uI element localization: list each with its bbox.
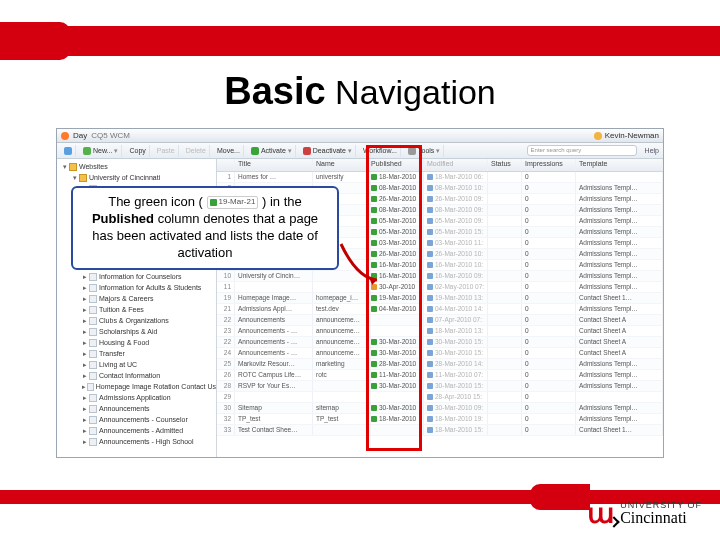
table-row[interactable]: 24Announcements - …announceme…30-Mar-201…: [217, 348, 663, 359]
tree-item[interactable]: ▸Announcements - Admitted: [57, 425, 216, 436]
footer-notch: [530, 484, 590, 510]
col-number[interactable]: [217, 159, 235, 171]
workflow-button[interactable]: Workflow...: [360, 145, 401, 157]
tree-item[interactable]: ▸Clubs & Organizations: [57, 315, 216, 326]
delete-button[interactable]: Delete: [183, 145, 210, 157]
tree-item[interactable]: ▸Announcements - High School: [57, 436, 216, 447]
table-row[interactable]: 28RSVP for Your Es…30-Mar-201030-Mar-201…: [217, 381, 663, 392]
new-button[interactable]: New...▾: [80, 145, 122, 157]
green-square-icon: [210, 199, 217, 206]
blue-square-icon: [427, 361, 433, 367]
col-title[interactable]: Title: [235, 159, 313, 171]
table-row[interactable]: 26ROTC Campus Life…rotc11-Mar-201011-Mar…: [217, 370, 663, 381]
tree-item[interactable]: ▸Transfer: [57, 348, 216, 359]
tree-item[interactable]: ▸Scholarships & Aid: [57, 326, 216, 337]
green-square-icon: [371, 185, 377, 191]
page-icon: [89, 306, 97, 314]
table-row[interactable]: 25Markovitz Resour…marketing28-Mar-20102…: [217, 359, 663, 370]
blue-square-icon: [427, 251, 433, 257]
table-row[interactable]: 32TP_testTP_test18-Mar-201018-Mar-2010 1…: [217, 414, 663, 425]
refresh-icon: [64, 147, 72, 155]
tree-item[interactable]: ▸Information for Counselors: [57, 271, 216, 282]
green-square-icon: [371, 196, 377, 202]
blue-square-icon: [427, 185, 433, 191]
blue-square-icon: [427, 306, 433, 312]
green-square-icon: [371, 416, 377, 422]
blue-square-icon: [427, 218, 433, 224]
folder-icon: [79, 174, 87, 182]
tree-item[interactable]: ▸Housing & Food: [57, 337, 216, 348]
green-square-icon: [371, 361, 377, 367]
green-square-icon: [371, 306, 377, 312]
page-icon: [89, 350, 97, 358]
refresh-button[interactable]: [61, 145, 76, 157]
table-row[interactable]: 30Sitemapsitemap30-Mar-201030-Mar-2010 0…: [217, 403, 663, 414]
grid-header[interactable]: Title Name Published Modified Status Imp…: [217, 159, 663, 172]
uc-logo-mark-icon: ɯ: [587, 497, 614, 530]
table-row[interactable]: 23Announcements - …announceme…18-Mar-201…: [217, 326, 663, 337]
table-row[interactable]: 10University of Cincin…16-Mar-201016-Mar…: [217, 271, 663, 282]
green-square-icon: [371, 383, 377, 389]
page-icon: [89, 317, 97, 325]
tree-item[interactable]: ▸Majors & Careers: [57, 293, 216, 304]
blue-square-icon: [427, 416, 433, 422]
col-template[interactable]: Template: [576, 159, 663, 171]
green-square-icon: [371, 350, 377, 356]
blue-square-icon: [427, 372, 433, 378]
copy-button[interactable]: Copy: [126, 145, 149, 157]
tree-item[interactable]: ▸Tuition & Fees: [57, 304, 216, 315]
tree-item[interactable]: ▸Information for Adults & Students: [57, 282, 216, 293]
green-square-icon: [371, 207, 377, 213]
activate-icon: [251, 147, 259, 155]
table-row[interactable]: 22Announcements - …announceme…30-Mar-201…: [217, 337, 663, 348]
brand-label: Day: [73, 131, 87, 140]
table-row[interactable]: 2928-Apr-2010 15:0: [217, 392, 663, 403]
header-notch: [0, 22, 70, 60]
green-square-icon: [371, 372, 377, 378]
blue-square-icon: [427, 207, 433, 213]
paste-button[interactable]: Paste: [154, 145, 179, 157]
deactivate-button[interactable]: Deactivate▾: [300, 145, 356, 157]
activate-button[interactable]: Activate▾: [248, 145, 296, 157]
green-square-icon: [371, 174, 377, 180]
move-button[interactable]: Move...: [214, 145, 244, 157]
col-modified[interactable]: Modified: [424, 159, 488, 171]
col-name[interactable]: Name: [313, 159, 368, 171]
blue-square-icon: [427, 350, 433, 356]
blue-square-icon: [427, 317, 433, 323]
blue-square-icon: [427, 284, 433, 290]
help-link[interactable]: Help: [645, 147, 659, 154]
tools-button[interactable]: Tools▾: [405, 145, 444, 157]
table-row[interactable]: 1130-Apr-201002-May-2010 07:0Admissions …: [217, 282, 663, 293]
tree-item[interactable]: ▸Living at UC: [57, 359, 216, 370]
tree-root[interactable]: ▾Websites: [57, 161, 216, 172]
page-icon: [89, 438, 97, 446]
tree-item[interactable]: ▸Announcements - Counselor: [57, 414, 216, 425]
tree-item[interactable]: ▸Contact Information: [57, 370, 216, 381]
header-band: [0, 26, 720, 56]
folder-icon: [69, 163, 77, 171]
table-row[interactable]: 21Admissions Appl…test.dev04-Mar-201004-…: [217, 304, 663, 315]
table-row[interactable]: 19Homepage Image…homepage_i…19-Mar-20101…: [217, 293, 663, 304]
blue-square-icon: [427, 394, 433, 400]
green-square-icon: [371, 405, 377, 411]
col-status[interactable]: Status: [488, 159, 522, 171]
col-published[interactable]: Published: [368, 159, 424, 171]
new-icon: [83, 147, 91, 155]
tree-site[interactable]: ▾University of Cincinnati: [57, 172, 216, 183]
table-row[interactable]: 22Announcementsannounceme…07-Apr-2010 07…: [217, 315, 663, 326]
slide-title: Basic Navigation: [0, 70, 720, 113]
user-name[interactable]: Kevin-Newman: [605, 131, 659, 140]
uc-logo: ɯ UNIVERSITY OF Cincinnati: [587, 497, 702, 530]
col-impressions[interactable]: Impressions: [522, 159, 576, 171]
green-square-icon: [371, 295, 377, 301]
tree-item[interactable]: ▸Admissions Application: [57, 392, 216, 403]
callout-arrow-icon: [337, 240, 387, 290]
inline-published-example: 19-Mar-21: [207, 196, 259, 208]
table-row[interactable]: 33Test Contact Shee…18-Mar-2010 15:0Cont…: [217, 425, 663, 436]
tree-item[interactable]: ▸Announcements: [57, 403, 216, 414]
tree-item[interactable]: ▸Homepage Image Rotation Contact Us: [57, 381, 216, 392]
table-row[interactable]: 1Homes for …university18-Mar-201018-Mar-…: [217, 172, 663, 183]
page-icon: [87, 383, 94, 391]
search-input[interactable]: Enter search query: [527, 145, 637, 156]
